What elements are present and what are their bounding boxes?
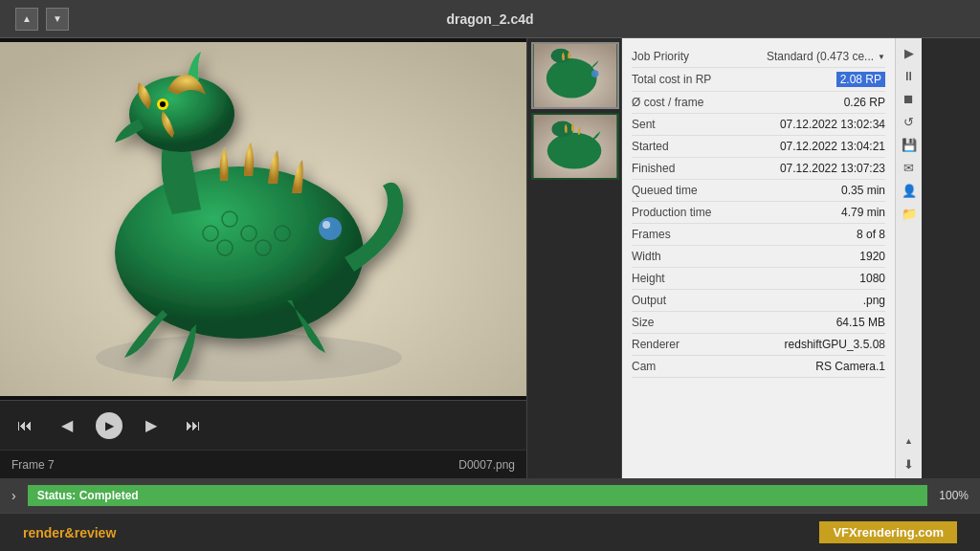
email-sidebar-icon[interactable]: ✉ (899, 157, 920, 178)
prev-frame-button[interactable]: ◀ (54, 412, 80, 439)
svg-point-17 (591, 70, 599, 77)
info-row-width: Width 1920 (632, 246, 885, 268)
thumbnail-strip (526, 38, 622, 478)
value-width: 1920 (859, 250, 885, 263)
video-area: ⏮ ◀ ▶ ▶ ⏭ Frame 7 D0007.png (0, 38, 526, 478)
refresh-sidebar-icon[interactable]: ↺ (899, 111, 920, 132)
label-renderer: Renderer (632, 338, 679, 351)
nav-arrows: ▲ ▼ (15, 8, 69, 31)
info-row-height: Height 1080 (632, 268, 885, 290)
value-output: .png (863, 294, 885, 307)
app-branding: render&review (23, 525, 116, 540)
value-cam: RS Camera.1 (815, 360, 885, 373)
label-total-cost: Total cost in RP (632, 73, 711, 86)
svg-point-15 (546, 58, 597, 98)
svg-point-12 (319, 217, 342, 240)
play-sidebar-icon[interactable]: ▶ (899, 42, 920, 63)
label-sent: Sent (632, 118, 656, 131)
next-frame-button[interactable]: ▶ (138, 412, 165, 439)
status-expand-button[interactable]: › (11, 488, 16, 503)
label-queued-time: Queued time (632, 184, 698, 197)
svg-point-16 (551, 49, 571, 63)
label-width: Width (632, 250, 661, 263)
label-output: Output (632, 294, 666, 307)
label-cam: Cam (632, 360, 656, 373)
info-row-finished: Finished 07.12.2022 13:07:23 (632, 158, 885, 180)
value-started: 07.12.2022 13:04:21 (780, 140, 885, 153)
progress-percentage: 100% (939, 489, 969, 502)
info-row-cost-frame: Ø cost / frame 0.26 RP (632, 92, 885, 114)
info-row-frames: Frames 8 of 8 (632, 224, 885, 246)
info-row-queued-time: Queued time 0.35 min (632, 180, 885, 202)
value-finished: 07.12.2022 13:07:23 (780, 162, 885, 175)
label-size: Size (632, 316, 654, 329)
app-name-suffix: review (75, 525, 117, 540)
label-finished: Finished (632, 162, 675, 175)
value-size: 64.15 MB (836, 316, 885, 329)
frame-label: Frame 7 (11, 458, 55, 472)
info-row-production-time: Production time 4.79 min (632, 202, 885, 224)
value-frames: 8 of 8 (857, 228, 885, 241)
user-sidebar-icon[interactable]: 👤 (899, 180, 920, 201)
label-started: Started (632, 140, 669, 153)
top-bar: ▲ ▼ dragon_2.c4d (0, 0, 980, 38)
chevron-down-icon: ▼ (878, 53, 885, 61)
value-cost-frame: 0.26 RP (844, 96, 885, 109)
vendor-label: VFXrendering.com (819, 521, 957, 543)
bottom-bar: render&review VFXrendering.com (0, 513, 980, 551)
label-height: Height (632, 272, 665, 285)
skip-fwd-button[interactable]: ⏭ (180, 412, 207, 439)
info-row-total-cost: Total cost in RP 2.08 RP (632, 68, 885, 92)
label-production-time: Production time (632, 206, 711, 219)
info-row-renderer: Renderer redshiftGPU_3.5.08 (632, 334, 885, 356)
value-job-priority[interactable]: Standard (0.473 ce... ▼ (767, 50, 885, 63)
play-button[interactable]: ▶ (96, 412, 122, 439)
download-sidebar-icon[interactable]: ⬇ (899, 453, 920, 474)
thumbnail-2[interactable] (531, 113, 619, 180)
info-row-output: Output .png (632, 290, 885, 312)
ampersand-icon: & (65, 525, 75, 540)
status-bar: › Status: Completed 100% (0, 478, 980, 513)
info-panel: Job Priority Standard (0.473 ce... ▼ Tot… (622, 38, 895, 478)
svg-point-2 (115, 166, 364, 339)
thumbnail-1[interactable] (531, 42, 619, 109)
svg-point-13 (323, 221, 330, 229)
frame-info: Frame 7 D0007.png (0, 450, 526, 478)
stop-sidebar-icon[interactable]: ⏹ (899, 88, 920, 109)
label-frames: Frames (632, 228, 671, 241)
info-row-started: Started 07.12.2022 13:04:21 (632, 136, 885, 158)
svg-point-20 (551, 121, 573, 138)
info-row-cam: Cam RS Camera.1 (632, 356, 885, 378)
folder-sidebar-icon[interactable]: 📁 (899, 203, 920, 224)
value-renderer: redshiftGPU_3.5.08 (785, 338, 885, 351)
value-production-time: 4.79 min (841, 206, 885, 219)
status-label: Status: Completed (37, 489, 139, 502)
save-sidebar-icon[interactable]: 💾 (899, 134, 920, 155)
sidebar-icons: ▶ ⏸ ⏹ ↺ 💾 ✉ 👤 📁 ▲ ⬇ (895, 38, 922, 478)
info-row-job-priority: Job Priority Standard (0.473 ce... ▼ (632, 46, 885, 68)
progress-bar: Status: Completed (28, 485, 928, 506)
nav-down-button[interactable]: ▼ (46, 8, 69, 31)
skip-back-button[interactable]: ⏮ (11, 412, 38, 439)
frame-filename: D0007.png (458, 458, 515, 472)
info-row-size: Size 64.15 MB (632, 312, 885, 334)
pause-sidebar-icon[interactable]: ⏸ (899, 65, 920, 86)
value-height: 1080 (859, 272, 885, 285)
scroll-up-icon[interactable]: ▲ (899, 430, 920, 452)
main-content: ⏮ ◀ ▶ ▶ ⏭ Frame 7 D0007.png (0, 38, 980, 478)
value-total-cost: 2.08 RP (836, 72, 885, 87)
window-title: dragon_2.c4d (446, 11, 533, 27)
nav-up-button[interactable]: ▲ (15, 8, 38, 31)
value-sent: 07.12.2022 13:02:34 (780, 118, 885, 131)
dragon-render (0, 38, 526, 400)
value-queued-time: 0.35 min (841, 184, 885, 197)
label-job-priority: Job Priority (632, 50, 689, 63)
info-row-sent: Sent 07.12.2022 13:02:34 (632, 114, 885, 136)
video-controls: ⏮ ◀ ▶ ▶ ⏭ (0, 400, 526, 450)
app-name-prefix: render (23, 525, 65, 540)
progress-container: Status: Completed (28, 485, 928, 506)
video-preview (0, 38, 526, 400)
label-cost-frame: Ø cost / frame (632, 96, 703, 109)
svg-point-5 (160, 101, 166, 107)
